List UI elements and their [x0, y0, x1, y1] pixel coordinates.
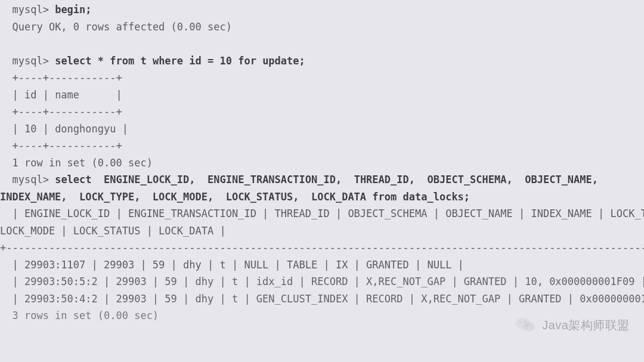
locks-row: | 29903:50:5:2 | 29903 | 59 | dhy | t | …	[0, 276, 644, 287]
trailing-line: 3 rows in set (0.00 sec)	[0, 310, 159, 321]
table-border: +----+-----------+	[12, 72, 122, 83]
bottom-fade	[0, 350, 644, 362]
terminal-output[interactable]: mysql> begin; Query OK, 0 rows affected …	[0, 0, 644, 324]
svg-point-5	[531, 325, 532, 326]
svg-point-4	[527, 325, 528, 326]
mysql-prompt: mysql>	[12, 4, 55, 16]
cmd-datalocks-line1: select ENGINE_LOCK_ID, ENGINE_TRANSACTIO…	[55, 174, 598, 185]
cmd-select-t: select * from t where id = 10 for update…	[55, 55, 305, 67]
locks-header-line2: LOCK_MODE | LOCK_STATUS | LOCK_DATA |	[0, 225, 226, 237]
locks-header-line1: | ENGINE_LOCK_ID | ENGINE_TRANSACTION_ID…	[0, 208, 644, 219]
rows-in-set: 1 row in set (0.00 sec)	[12, 157, 152, 169]
response-begin: Query OK, 0 rows affected (0.00 sec)	[12, 21, 231, 33]
locks-row: | 29903:50:4:2 | 29903 | 59 | dhy | t | …	[0, 293, 644, 305]
cmd-begin: begin;	[55, 4, 91, 16]
mysql-prompt: mysql>	[12, 174, 55, 185]
mysql-prompt: mysql>	[12, 55, 55, 67]
table-border: +----+-----------+	[12, 140, 122, 151]
table-row: | 10 | donghongyu |	[12, 123, 128, 135]
cmd-datalocks-line2: INDEX_NAME, LOCK_TYPE, LOCK_MODE, LOCK_S…	[0, 191, 470, 203]
locks-row: | 29903:1107 | 29903 | 59 | dhy | t | NU…	[0, 259, 464, 271]
table-border: +----+-----------+	[12, 106, 122, 117]
table-header: | id | name |	[12, 89, 122, 101]
locks-divider: +---------------------------------------…	[0, 242, 644, 253]
